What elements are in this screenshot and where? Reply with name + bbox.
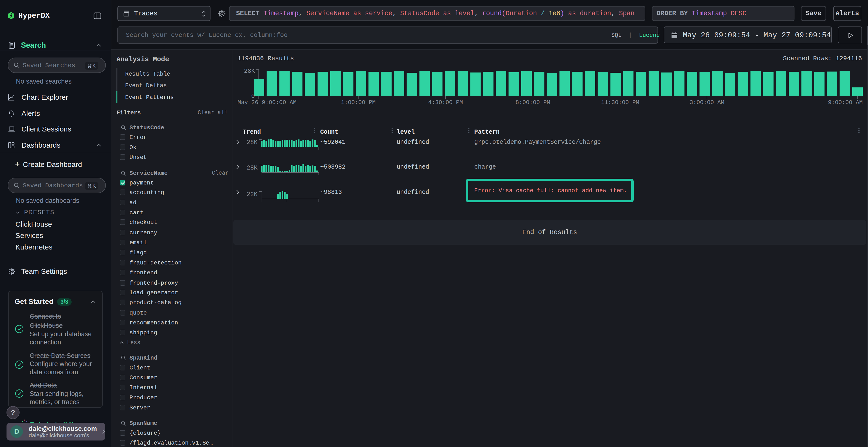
svg-text:0: 0 (251, 93, 255, 100)
svg-text:3:00:00 AM: 3:00:00 AM (689, 99, 724, 106)
svg-text:11:30:00 PM: 11:30:00 PM (601, 99, 639, 106)
svg-text:28K: 28K (247, 139, 257, 146)
svg-text:May 26 9:00:00 AM: May 26 9:00:00 AM (238, 99, 297, 106)
svg-text:9:00:00 AM: 9:00:00 AM (828, 99, 863, 106)
svg-text:1:00:00 PM: 1:00:00 PM (341, 99, 376, 106)
svg-text:4:30:00 PM: 4:30:00 PM (428, 99, 463, 106)
svg-text:28K: 28K (247, 165, 257, 171)
svg-text:22K: 22K (247, 191, 257, 198)
svg-text:28K: 28K (244, 68, 255, 75)
svg-text:8:00:00 PM: 8:00:00 PM (516, 99, 550, 106)
